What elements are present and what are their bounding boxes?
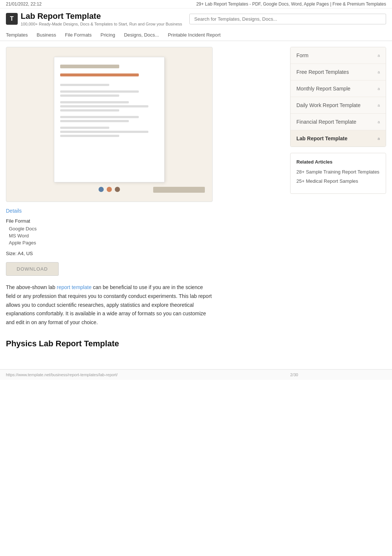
sidebar-item-lab-report[interactable]: Lab Report Template a xyxy=(290,130,386,147)
header-top: T Lab Report Template 100,000+ Ready-Mad… xyxy=(6,8,386,29)
datetime: 21/01/2022, 22:12 xyxy=(6,1,42,7)
nav-templates[interactable]: Templates xyxy=(6,32,28,38)
site-header: T Lab Report Template 100,000+ Ready-Mad… xyxy=(0,8,392,41)
sidebar-item-financial-label: Financial Report Template xyxy=(296,119,375,125)
preview-image xyxy=(6,47,213,202)
doc-lines-group-4 xyxy=(60,116,158,122)
doc-line-orange xyxy=(60,73,139,76)
preview-doc xyxy=(54,57,165,182)
sidebar-item-lab-report-badge: a xyxy=(378,136,380,141)
content-left: Details File Format Google Docs MS Word … xyxy=(6,47,283,349)
sidebar-nav: Form a Free Report Templates a Monthly R… xyxy=(290,47,386,147)
doc-line xyxy=(60,120,129,122)
file-format-label: File Format xyxy=(6,218,283,224)
logo-icon: T xyxy=(6,13,18,25)
sidebar-item-form[interactable]: Form a xyxy=(290,47,386,64)
doc-line xyxy=(60,109,119,111)
sidebar-item-free-report[interactable]: Free Report Templates a xyxy=(290,64,386,80)
logo-area: T Lab Report Template 100,000+ Ready-Mad… xyxy=(6,11,182,26)
doc-line-title xyxy=(60,65,119,68)
related-link-medical[interactable]: 25+ Medical Report Samples xyxy=(296,178,380,184)
doc-line xyxy=(60,90,139,93)
footer-page: 2/30 xyxy=(290,373,298,377)
nav-designs-docs[interactable]: Designs, Docs... xyxy=(124,32,159,38)
logo-sub: 100,000+ Ready-Made Designs, Docs & Temp… xyxy=(21,22,182,26)
logo-text[interactable]: Lab Report Template xyxy=(21,11,182,21)
doc-line xyxy=(60,131,148,133)
sidebar-item-financial-badge: a xyxy=(378,120,380,124)
size-line: Size: A4, US xyxy=(6,251,283,256)
search-bar-area xyxy=(189,14,386,24)
doc-line xyxy=(60,127,109,129)
nav-links: Templates Business File Formats Pricing … xyxy=(6,29,386,41)
top-bar: 21/01/2022, 22:12 29+ Lab Report Templat… xyxy=(0,0,392,8)
dot-orange xyxy=(107,187,112,192)
description-before: The above-shown lab xyxy=(6,284,57,290)
section-heading: Physics Lab Report Template xyxy=(6,339,283,349)
file-format-google-docs: Google Docs xyxy=(6,225,283,232)
content-right: Form a Free Report Templates a Monthly R… xyxy=(290,47,386,349)
nav-file-formats[interactable]: File Formats xyxy=(65,32,92,38)
details-section: Details File Format Google Docs MS Word … xyxy=(6,208,283,276)
search-input[interactable] xyxy=(189,14,386,24)
related-articles-title: Related Articles xyxy=(296,159,380,165)
doc-line xyxy=(60,84,109,86)
report-template-link[interactable]: report template xyxy=(57,284,92,290)
doc-lines-group-5 xyxy=(60,127,158,137)
main-container: Details File Format Google Docs MS Word … xyxy=(0,41,392,354)
details-link[interactable]: Details xyxy=(6,208,22,214)
sidebar-item-form-label: Form xyxy=(296,52,375,58)
preview-footer-bar xyxy=(153,187,205,193)
sidebar-item-daily-work-badge: a xyxy=(378,103,380,107)
sidebar-item-monthly-badge: a xyxy=(378,86,380,91)
file-format-ms-word: MS Word xyxy=(6,232,283,239)
related-link-training[interactable]: 28+ Sample Training Report Templates xyxy=(296,169,380,175)
preview-dots xyxy=(99,187,120,192)
doc-line xyxy=(60,105,148,107)
description-text: The above-shown lab report template can … xyxy=(6,283,213,327)
dot-brown xyxy=(115,187,120,192)
related-articles-box: Related Articles 28+ Sample Training Rep… xyxy=(290,153,386,194)
dot-blue xyxy=(99,187,104,192)
sidebar-item-form-badge: a xyxy=(378,53,380,58)
page-title: 29+ Lab Report Templates - PDF, Google D… xyxy=(196,1,386,7)
bottom-bar: https://www.template.net/business/report… xyxy=(0,369,392,380)
doc-line xyxy=(60,95,119,97)
sidebar-item-financial[interactable]: Financial Report Template a xyxy=(290,114,386,130)
nav-printable[interactable]: Printable Incident Report xyxy=(168,32,221,38)
nav-business[interactable]: Business xyxy=(37,32,56,38)
doc-lines-group-1 xyxy=(60,84,158,86)
doc-lines-group-2 xyxy=(60,90,158,97)
download-button[interactable]: DOWNLOAD xyxy=(6,262,59,276)
sidebar-item-daily-work-label: Daily Work Report Template xyxy=(296,102,375,108)
doc-lines-group-3 xyxy=(60,101,158,111)
nav-pricing[interactable]: Pricing xyxy=(100,32,115,38)
doc-line xyxy=(60,101,129,103)
sidebar-item-monthly[interactable]: Monthly Report Sample a xyxy=(290,80,386,97)
sidebar-item-free-report-badge: a xyxy=(378,70,380,74)
logo-text-area: Lab Report Template 100,000+ Ready-Made … xyxy=(21,11,182,26)
doc-line xyxy=(60,135,119,137)
sidebar-item-monthly-label: Monthly Report Sample xyxy=(296,86,375,92)
sidebar-item-free-report-label: Free Report Templates xyxy=(296,69,375,75)
description-after: can be beneficial to use if you are in t… xyxy=(6,284,212,325)
file-format-apple-pages: Apple Pages xyxy=(6,239,283,246)
sidebar-item-daily-work[interactable]: Daily Work Report Template a xyxy=(290,97,386,114)
doc-line xyxy=(60,116,139,118)
sidebar-item-lab-report-label: Lab Report Template xyxy=(296,135,375,141)
footer-url: https://www.template.net/business/report… xyxy=(6,373,118,377)
file-format-section: File Format Google Docs MS Word Apple Pa… xyxy=(6,218,283,246)
